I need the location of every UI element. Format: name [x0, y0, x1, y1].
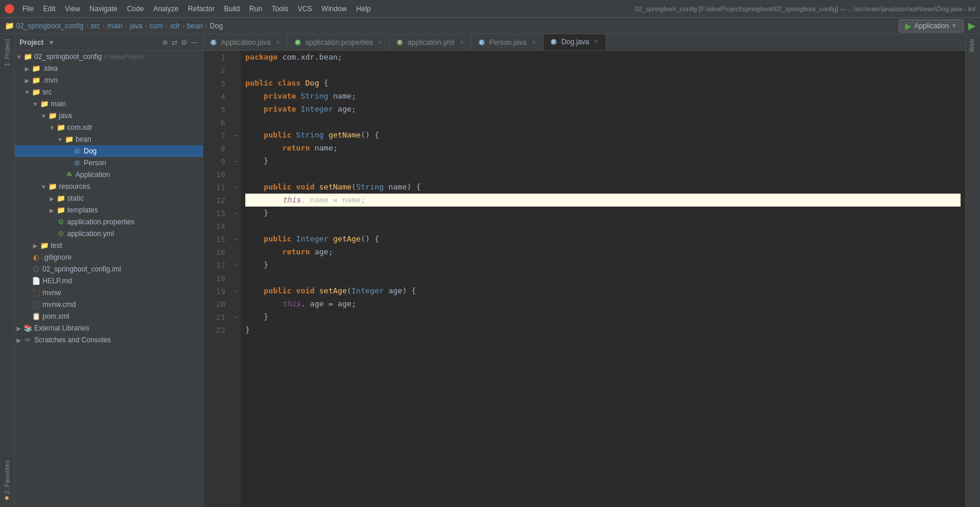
- tree-item-mvnw[interactable]: ⬛ mvnw: [15, 287, 203, 299]
- tab-close-icon[interactable]: ✕: [459, 39, 464, 45]
- code-line-13[interactable]: }: [245, 207, 961, 220]
- tab-close-icon[interactable]: ✕: [594, 38, 598, 45]
- fold-icon[interactable]: –: [234, 210, 236, 216]
- code-line-7[interactable]: public String getName() {: [245, 129, 961, 142]
- fold-icon[interactable]: –: [234, 288, 236, 294]
- tree-item-help-md[interactable]: 📄 HELP.md: [15, 275, 203, 287]
- code-line-5[interactable]: private Integer age;: [245, 103, 961, 116]
- line-number-12: 12: [203, 194, 230, 207]
- tree-item-02_springboot_config-iml[interactable]: ⬡ 02_springboot_config.iml: [15, 263, 203, 275]
- code-line-1[interactable]: package com.xdr.bean;: [245, 51, 961, 64]
- tree-item--gitignore[interactable]: ◐ .gitignore: [15, 251, 203, 263]
- menu-item-build[interactable]: Build: [221, 4, 244, 14]
- tab-application-java[interactable]: C Application.java ✕: [203, 34, 288, 50]
- panel-icon-toggle[interactable]: ⇄: [172, 38, 177, 47]
- tree-item--idea[interactable]: ▶ 📁 .idea: [15, 63, 203, 74]
- menu-item-refactor[interactable]: Refactor: [185, 4, 218, 14]
- tree-item-external libraries[interactable]: ▶ 📚 External Libraries: [15, 322, 203, 334]
- tree-item-bean[interactable]: ▼ 📁 bean: [15, 133, 203, 145]
- code-line-2[interactable]: [245, 64, 961, 77]
- code-line-4[interactable]: private String name;: [245, 90, 961, 103]
- menu-item-vcs[interactable]: VCS: [294, 4, 316, 14]
- breadcrumb-bean[interactable]: bean: [187, 22, 203, 30]
- code-line-22[interactable]: }: [245, 323, 961, 336]
- tab-application-properties[interactable]: C application.properties ✕: [288, 34, 390, 50]
- tree-item-templates[interactable]: ▶ 📁 templates: [15, 204, 203, 216]
- code-line-17[interactable]: }: [245, 259, 961, 272]
- menu-item-file[interactable]: File: [19, 4, 37, 14]
- web-tab[interactable]: Web: [966, 34, 980, 57]
- code-line-9[interactable]: }: [245, 155, 961, 168]
- tree-item-02_springboot_config[interactable]: ▼ 📁 02_springboot_config F:\ideaProject: [15, 51, 203, 63]
- code-line-8[interactable]: return name;: [245, 142, 961, 155]
- tree-item-resources[interactable]: ▼ 📁 resources: [15, 181, 203, 192]
- tree-item-person[interactable]: C Person: [15, 157, 203, 169]
- tab-close-icon[interactable]: ✕: [377, 39, 382, 45]
- fold-icon[interactable]: –: [234, 132, 236, 138]
- run-button[interactable]: ▶ Application ▼: [899, 19, 963, 32]
- panel-icon-minimize[interactable]: —: [191, 38, 198, 47]
- code-line-15[interactable]: public Integer getAge() {: [245, 233, 961, 246]
- tab-close-icon[interactable]: ✕: [531, 39, 536, 45]
- menu-item-tools[interactable]: Tools: [268, 4, 292, 14]
- project-tab[interactable]: 1: Project: [1, 34, 13, 71]
- tree-item-static[interactable]: ▶ 📁 static: [15, 192, 203, 204]
- run-dropdown-icon[interactable]: ▼: [951, 22, 957, 29]
- tree-item-src[interactable]: ▼ 📁 src: [15, 86, 203, 98]
- tree-item-application[interactable]: ☘ Application: [15, 169, 203, 181]
- tree-item-pom-xml[interactable]: 📋 pom.xml: [15, 310, 203, 322]
- favorites-tab[interactable]: ★2: Favorites: [1, 456, 14, 507]
- tree-item-java[interactable]: ▼ 📁 java: [15, 110, 203, 122]
- code-line-21[interactable]: }: [245, 310, 961, 323]
- breadcrumb-src[interactable]: src: [91, 22, 100, 30]
- breadcrumb-xdr[interactable]: xdr: [170, 22, 180, 30]
- fold-icon[interactable]: –: [234, 158, 236, 164]
- menu-item-run[interactable]: Run: [246, 4, 266, 14]
- tab-person-java[interactable]: C Person.java ✕: [472, 34, 544, 50]
- code-area[interactable]: package com.xdr.bean; public class Dog {…: [241, 51, 965, 507]
- tab-application-yml[interactable]: C application.yml ✕: [390, 34, 471, 50]
- menu-item-analyze[interactable]: Analyze: [150, 4, 182, 14]
- code-line-12[interactable]: this. name = name;: [245, 194, 961, 207]
- breadcrumb-com[interactable]: com: [150, 22, 163, 30]
- tree-item--mvn[interactable]: ▶ 📁 .mvn: [15, 74, 203, 86]
- code-line-14[interactable]: [245, 220, 961, 233]
- tree-item-main[interactable]: ▼ 📁 main: [15, 98, 203, 110]
- tree-item-scratches and consoles[interactable]: ▶ ✏ Scratches and Consoles: [15, 334, 203, 346]
- menu-item-window[interactable]: Window: [318, 4, 350, 14]
- run-play-icon[interactable]: ▶: [968, 20, 975, 31]
- tree-item-test[interactable]: ▶ 📁 test: [15, 240, 203, 251]
- code-line-20[interactable]: this. age = age;: [245, 297, 961, 310]
- menu-item-code[interactable]: Code: [123, 4, 147, 14]
- code-line-11[interactable]: public void setName(String name) {: [245, 181, 961, 194]
- panel-dropdown[interactable]: ▼: [48, 39, 55, 46]
- code-line-6[interactable]: [245, 116, 961, 129]
- breadcrumb-project[interactable]: 📁 02_springboot_config: [5, 21, 84, 30]
- tab-dog-java[interactable]: C Dog.java ✕: [544, 34, 606, 50]
- code-line-16[interactable]: return age;: [245, 246, 961, 259]
- tree-item-dog[interactable]: C Dog: [15, 145, 203, 157]
- code-line-19[interactable]: public void setAge(Integer age) {: [245, 284, 961, 297]
- fold-icon[interactable]: –: [234, 314, 236, 320]
- code-line-10[interactable]: [245, 168, 961, 181]
- code-line-3[interactable]: public class Dog {: [245, 77, 961, 90]
- menu-item-navigate[interactable]: Navigate: [86, 4, 121, 14]
- tab-close-icon[interactable]: ✕: [275, 39, 280, 45]
- panel-icon-locate[interactable]: ⊕: [162, 38, 168, 47]
- menu-item-help[interactable]: Help: [353, 4, 374, 14]
- fold-icon[interactable]: –: [234, 236, 236, 242]
- menu-bar[interactable]: FileEditViewNavigateCodeAnalyzeRefactorB…: [19, 4, 374, 14]
- menu-item-edit[interactable]: Edit: [40, 4, 59, 14]
- tree-item-application-properties[interactable]: ⚙ application.properties: [15, 216, 203, 228]
- code-line-18[interactable]: [245, 272, 961, 284]
- panel-icon-settings[interactable]: ⚙: [181, 38, 188, 47]
- fold-icon[interactable]: –: [234, 184, 236, 190]
- breadcrumb-java[interactable]: java: [130, 22, 143, 30]
- menu-item-view[interactable]: View: [61, 4, 84, 14]
- fold-icon[interactable]: –: [234, 262, 236, 268]
- tree-item-mvnw-cmd[interactable]: ⬛ mvnw.cmd: [15, 299, 203, 310]
- tree-label: test: [51, 241, 62, 250]
- breadcrumb-main[interactable]: main: [107, 22, 123, 30]
- tree-item-application-yml[interactable]: ⚙ application.yml: [15, 228, 203, 240]
- tree-item-com-xdr[interactable]: ▼ 📁 com.xdr: [15, 122, 203, 133]
